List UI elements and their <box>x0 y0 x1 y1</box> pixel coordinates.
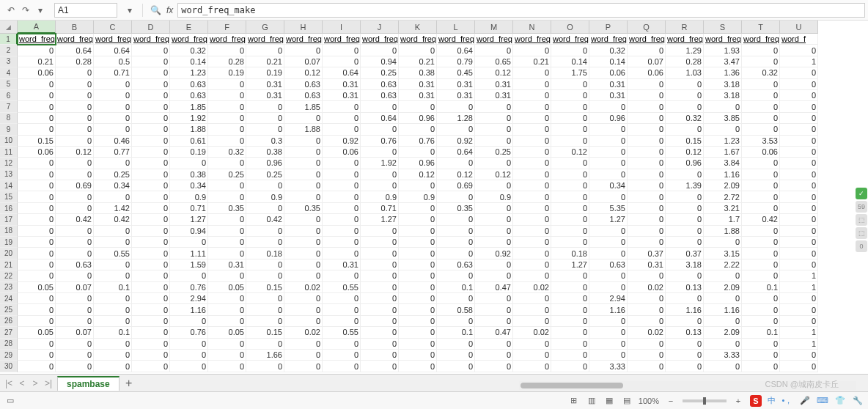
cell[interactable]: 0 <box>132 339 170 350</box>
cell[interactable]: 0 <box>132 316 170 327</box>
cell[interactable]: 0 <box>361 270 399 281</box>
cell[interactable]: 0.12 <box>551 147 589 158</box>
cell[interactable]: 0.12 <box>284 67 323 78</box>
cell[interactable]: 0 <box>132 237 170 248</box>
cell[interactable]: 0 <box>323 270 361 281</box>
cell[interactable]: 0.07 <box>284 56 323 67</box>
cell[interactable]: 0 <box>361 350 399 361</box>
cell[interactable]: 3.18 <box>666 259 704 270</box>
cell[interactable]: 0 <box>132 350 170 361</box>
cell[interactable]: 0 <box>551 214 589 225</box>
search-icon[interactable]: 🔍 <box>149 4 162 17</box>
cell[interactable]: 0 <box>18 214 56 225</box>
cell[interactable]: 0 <box>284 259 323 270</box>
cell[interactable]: 0 <box>551 191 589 202</box>
cell[interactable]: 0 <box>742 304 780 315</box>
cell[interactable]: 0.32 <box>666 113 704 124</box>
cell[interactable]: 0 <box>628 226 666 237</box>
cell[interactable]: 0 <box>437 124 475 135</box>
cell[interactable]: 0 <box>94 316 132 327</box>
column-header-M[interactable]: M <box>475 21 513 34</box>
zoom-level[interactable]: 100% <box>639 397 659 405</box>
cell[interactable]: 0.9 <box>246 191 284 202</box>
cell[interactable]: 0 <box>666 350 704 361</box>
cell[interactable]: 0 <box>284 45 323 56</box>
cell[interactable]: 0 <box>56 293 94 304</box>
cell[interactable]: 0 <box>361 147 399 158</box>
row-header-16[interactable]: 16 <box>0 203 18 214</box>
namebox-dropdown-icon[interactable]: ▾ <box>123 4 136 17</box>
cell[interactable]: 0 <box>437 248 475 259</box>
cell[interactable]: 0 <box>323 101 361 112</box>
cell[interactable]: 0 <box>246 339 284 350</box>
cell[interactable]: 0 <box>246 203 284 214</box>
cell[interactable]: 1.39 <box>666 180 704 191</box>
cell[interactable]: 0 <box>742 259 780 270</box>
cell[interactable]: 0 <box>323 361 361 372</box>
cell[interactable]: 0 <box>18 180 56 191</box>
side-badge-0[interactable]: 0 <box>856 240 867 252</box>
cell[interactable]: 0.42 <box>56 214 94 225</box>
cell[interactable]: 0.02 <box>513 327 551 338</box>
cell[interactable]: 0 <box>437 316 475 327</box>
cell[interactable]: 0 <box>246 316 284 327</box>
cell[interactable]: 0 <box>132 203 170 214</box>
cell[interactable]: 0 <box>208 101 246 112</box>
cell-header[interactable]: word_freq <box>742 34 780 45</box>
cell[interactable]: 0.15 <box>666 136 704 147</box>
row-header-4[interactable]: 4 <box>0 67 18 78</box>
cell-header[interactable]: word_freq <box>399 34 437 45</box>
cell[interactable]: 0 <box>18 113 56 124</box>
row-header-22[interactable]: 22 <box>0 270 18 281</box>
cell-header[interactable]: word_freq <box>94 34 132 45</box>
cell[interactable]: 0 <box>56 316 94 327</box>
cell[interactable]: 0 <box>323 191 361 202</box>
cell-header[interactable]: word_freq <box>132 34 170 45</box>
cell[interactable]: 0 <box>399 237 437 248</box>
cell[interactable]: 0 <box>132 361 170 372</box>
cell[interactable]: 0.47 <box>475 327 513 338</box>
cell[interactable]: 0 <box>132 45 170 56</box>
cell[interactable]: 0 <box>132 248 170 259</box>
cell[interactable]: 0 <box>780 90 818 101</box>
cell[interactable]: 0 <box>628 270 666 281</box>
cell[interactable]: 0 <box>589 169 628 180</box>
cell[interactable]: 0 <box>94 79 132 90</box>
cell[interactable]: 0.1 <box>437 327 475 338</box>
cell[interactable]: 0 <box>666 90 704 101</box>
zoom-out-icon[interactable]: − <box>665 395 677 407</box>
cell[interactable]: 0 <box>666 226 704 237</box>
cell[interactable]: 0 <box>208 214 246 225</box>
cell[interactable]: 0.96 <box>666 158 704 169</box>
cell[interactable]: 1.85 <box>170 101 208 112</box>
cell[interactable]: 0.9 <box>399 191 437 202</box>
scrollbar-thumb[interactable] <box>521 383 623 388</box>
cell[interactable]: 0.58 <box>437 304 475 315</box>
column-header-T[interactable]: T <box>742 21 780 34</box>
column-header-S[interactable]: S <box>704 21 742 34</box>
cell[interactable]: 0 <box>399 226 437 237</box>
cell[interactable]: 0 <box>284 169 323 180</box>
cell[interactable]: 0 <box>475 113 513 124</box>
column-header-H[interactable]: H <box>284 21 323 34</box>
cell[interactable]: 0 <box>513 79 551 90</box>
cell[interactable]: 0.12 <box>437 169 475 180</box>
cell[interactable]: 0 <box>170 270 208 281</box>
row-header-15[interactable]: 15 <box>0 191 18 202</box>
cell[interactable]: 0 <box>780 361 818 372</box>
cell[interactable]: 0 <box>208 339 246 350</box>
cell-header[interactable]: word_freq <box>208 34 246 45</box>
cell[interactable]: 0 <box>628 79 666 90</box>
cell[interactable]: 0.92 <box>323 136 361 147</box>
cell[interactable]: 0.1 <box>94 282 132 293</box>
row-header-7[interactable]: 7 <box>0 101 18 112</box>
cell[interactable]: 0.64 <box>56 45 94 56</box>
cell[interactable]: 0.32 <box>170 45 208 56</box>
cell[interactable]: 0 <box>361 293 399 304</box>
cell[interactable]: 0 <box>56 101 94 112</box>
cell[interactable]: 0.25 <box>208 169 246 180</box>
cell[interactable]: 1.66 <box>246 350 284 361</box>
cell[interactable]: 0 <box>208 248 246 259</box>
row-header-18[interactable]: 18 <box>0 226 18 237</box>
cell[interactable]: 0 <box>399 327 437 338</box>
